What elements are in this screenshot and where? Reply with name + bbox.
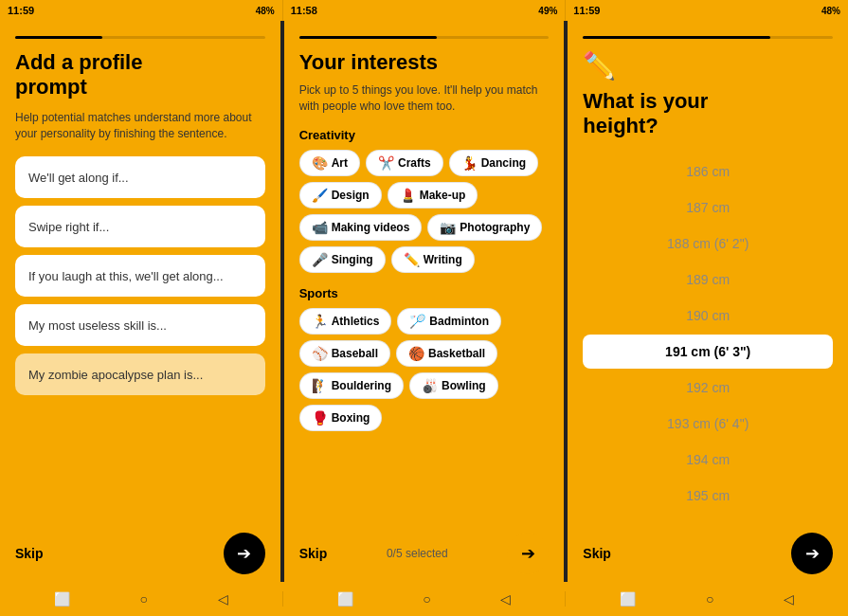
sports-label: Sports: [299, 286, 550, 300]
panel2-footer: Skip 0/5 selected ➔: [299, 523, 550, 582]
panel1-title: Add a profile prompt: [15, 50, 265, 100]
tag-baseball[interactable]: ⚾Baseball: [299, 340, 390, 367]
tag-singing[interactable]: 🎤Singing: [299, 246, 386, 273]
height-191[interactable]: 191 cm (6' 3"): [583, 335, 833, 369]
prompt-card-4[interactable]: My zombie apocalypse plan is...: [15, 353, 265, 395]
height-188[interactable]: 188 cm (6' 2"): [583, 226, 833, 261]
profile-prompt-panel: Add a profile prompt Help potential matc…: [0, 21, 284, 582]
prompt-card-3[interactable]: My most useless skill is...: [15, 304, 265, 346]
sports-tags: 🏃Athletics 🏸Badminton ⚾Baseball 🏀Basketb…: [299, 308, 550, 431]
tag-makeup[interactable]: 💄Make-up: [388, 182, 478, 208]
tag-writing[interactable]: ✏️Writing: [391, 246, 475, 273]
nav-section-2: ⬜ ○ ◁: [283, 591, 567, 607]
nav-square-icon-3[interactable]: ⬜: [620, 591, 636, 607]
status-bar: 11:59 48% 11:58 49% 11:59 48%: [0, 0, 848, 21]
progress-fill-panel1: [15, 36, 102, 39]
height-186[interactable]: 186 cm: [583, 154, 833, 189]
nav-circle-icon-3[interactable]: ○: [706, 591, 713, 607]
prompt-card-0[interactable]: We'll get along if...: [15, 156, 265, 198]
panel3-next-arrow: ➔: [805, 543, 820, 564]
battery-panel3: 48%: [821, 6, 840, 16]
status-bar-panel2: 11:58 49%: [283, 0, 567, 21]
nav-triangle-icon-2[interactable]: ◁: [500, 591, 511, 607]
creativity-label: Creativity: [299, 128, 550, 142]
prompt-card-1[interactable]: Swipe right if...: [15, 206, 265, 247]
height-192[interactable]: 192 cm: [583, 371, 833, 405]
panel2-subtitle: Pick up to 5 things you love. It'll help…: [299, 82, 550, 115]
height-196[interactable]: 196 cm (6' 5"): [583, 515, 833, 523]
time-panel2: 11:58: [291, 5, 317, 16]
panel2-title: Your interests: [299, 50, 550, 75]
tag-dancing[interactable]: 💃Dancing: [449, 150, 538, 176]
panel3-skip-button[interactable]: Skip: [583, 546, 611, 561]
panel1-next-arrow: ➔: [237, 543, 251, 564]
tag-bowling[interactable]: 🎳Bowling: [409, 372, 498, 399]
panel3-next-button[interactable]: ➔: [791, 533, 833, 574]
height-list[interactable]: 186 cm 187 cm 188 cm (6' 2") 189 cm 190 …: [583, 154, 833, 523]
tag-design[interactable]: 🖌️Design: [299, 182, 382, 208]
panel3-footer: Skip ➔: [583, 523, 833, 582]
tag-athletics[interactable]: 🏃Athletics: [299, 308, 392, 335]
nav-square-icon-1[interactable]: ⬜: [54, 591, 70, 607]
tag-art[interactable]: 🎨Art: [299, 150, 360, 176]
nav-section-1: ⬜ ○ ◁: [0, 591, 283, 607]
height-187[interactable]: 187 cm: [583, 190, 833, 225]
status-bar-panel1: 11:59 48%: [0, 0, 283, 21]
progress-bar-panel3: [583, 36, 833, 39]
panel2-next-button[interactable]: ➔: [507, 533, 549, 574]
panel1-footer: Skip ➔: [15, 523, 265, 582]
battery-panel2: 49%: [538, 6, 557, 16]
panel2-next-arrow: ➔: [521, 543, 535, 564]
progress-bar-panel2: [299, 36, 550, 39]
height-icon: ✏️: [583, 50, 833, 82]
height-panel: ✏️ What is your height? 186 cm 187 cm 18…: [568, 21, 848, 582]
nav-square-icon-2[interactable]: ⬜: [337, 591, 353, 607]
creativity-tags: 🎨Art ✂️Crafts 💃Dancing 🖌️Design 💄Make-up…: [299, 150, 550, 273]
height-193[interactable]: 193 cm (6' 4"): [583, 407, 833, 441]
tag-badminton[interactable]: 🏸Badminton: [397, 308, 501, 335]
prompt-card-2[interactable]: If you laugh at this, we'll get along...: [15, 255, 265, 297]
tag-boxing[interactable]: 🥊Boxing: [299, 405, 383, 431]
status-bar-panel3: 11:59 48%: [566, 0, 848, 21]
tag-basketball[interactable]: 🏀Basketball: [396, 340, 497, 367]
panel1-next-button[interactable]: ➔: [224, 533, 265, 574]
tag-crafts[interactable]: ✂️Crafts: [366, 150, 443, 176]
panel3-title: What is your height?: [583, 89, 833, 139]
panel1-skip-button[interactable]: Skip: [15, 546, 44, 561]
tag-photography[interactable]: 📷Photography: [427, 214, 542, 241]
battery-panel1: 48%: [256, 6, 275, 16]
main-panels: Add a profile prompt Help potential matc…: [0, 21, 848, 582]
interests-scroll[interactable]: Creativity 🎨Art ✂️Crafts 💃Dancing 🖌️Desi…: [299, 128, 550, 523]
nav-circle-icon-2[interactable]: ○: [423, 591, 430, 607]
tag-bouldering[interactable]: 🧗Bouldering: [299, 372, 404, 399]
tag-making-videos[interactable]: 📹Making videos: [299, 214, 423, 241]
height-190[interactable]: 190 cm: [583, 299, 833, 333]
height-195[interactable]: 195 cm: [583, 479, 833, 513]
nav-bar: ⬜ ○ ◁ ⬜ ○ ◁ ⬜ ○ ◁: [0, 582, 848, 616]
panel2-skip-button[interactable]: Skip: [299, 546, 328, 561]
time-panel1: 11:59: [8, 5, 34, 16]
nav-section-3: ⬜ ○ ◁: [566, 591, 848, 607]
nav-circle-icon-1[interactable]: ○: [140, 591, 148, 607]
panel1-subtitle: Help potential matches understand more a…: [15, 110, 265, 142]
progress-fill-panel3: [583, 36, 770, 39]
time-panel3: 11:59: [573, 5, 600, 16]
height-189[interactable]: 189 cm: [583, 263, 833, 297]
selected-count: 0/5 selected: [387, 547, 448, 560]
progress-fill-panel2: [299, 36, 437, 39]
nav-triangle-icon-3[interactable]: ◁: [784, 591, 794, 607]
progress-bar-panel1: [15, 36, 265, 39]
interests-panel: Your interests Pick up to 5 things you l…: [284, 21, 568, 582]
height-194[interactable]: 194 cm: [583, 443, 833, 477]
nav-triangle-icon-1[interactable]: ◁: [218, 591, 228, 607]
